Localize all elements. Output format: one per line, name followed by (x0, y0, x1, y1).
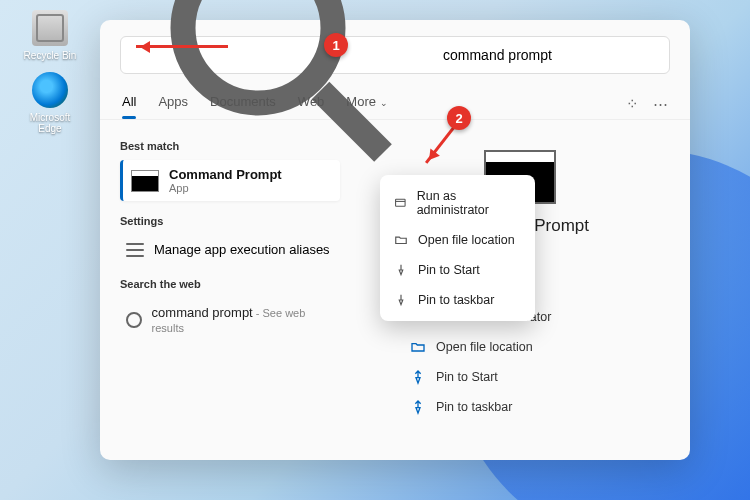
result-title: Command Prompt (169, 167, 282, 182)
annotation-badge-1: 1 (324, 33, 348, 57)
tab-all[interactable]: All (122, 88, 136, 119)
ctx-run-as-admin[interactable]: Run as administrator (380, 181, 535, 225)
desktop-icon-edge[interactable]: Microsoft Edge (20, 72, 80, 134)
context-menu: Run as administrator Open file location … (380, 175, 535, 321)
action-pin-to-start[interactable]: Pin to Start (410, 362, 670, 392)
section-search-web: Search the web (120, 278, 340, 290)
more-options-icon[interactable]: ⋯ (653, 95, 668, 113)
tab-more[interactable]: More ⌄ (346, 88, 387, 119)
action-pin-to-taskbar[interactable]: Pin to taskbar (410, 392, 670, 422)
annotation-badge-2: 2 (447, 106, 471, 130)
results-column: Best match Command Prompt App Settings M… (100, 120, 350, 444)
recycle-bin-icon (32, 10, 68, 46)
tab-documents[interactable]: Documents (210, 88, 276, 119)
admin-window-icon (394, 196, 407, 210)
result-web-search[interactable]: command prompt - See web results (120, 298, 340, 342)
command-prompt-icon (131, 170, 159, 192)
sliders-icon (126, 243, 144, 257)
tab-web[interactable]: Web (298, 88, 325, 119)
edge-icon (32, 72, 68, 108)
pin-icon (410, 399, 426, 415)
search-box[interactable] (120, 36, 670, 74)
start-search-panel: All Apps Documents Web More ⌄ ⁘ ⋯ Best m… (100, 20, 690, 460)
tab-apps[interactable]: Apps (158, 88, 188, 119)
desktop-icon-label: Microsoft Edge (20, 112, 80, 134)
ctx-pin-to-taskbar[interactable]: Pin to taskbar (380, 285, 535, 315)
section-settings: Settings (120, 215, 340, 227)
web-term: command prompt (152, 305, 253, 320)
ctx-pin-to-start[interactable]: Pin to Start (380, 255, 535, 285)
search-input[interactable] (443, 47, 657, 63)
result-settings-aliases[interactable]: Manage app execution aliases (120, 235, 340, 264)
chevron-down-icon: ⌄ (380, 98, 388, 108)
folder-icon (410, 339, 426, 355)
desktop-icon-recycle-bin[interactable]: Recycle Bin (20, 10, 80, 61)
ctx-open-file-location[interactable]: Open file location (380, 225, 535, 255)
search-icon (126, 312, 142, 328)
folder-icon (394, 233, 408, 247)
svg-rect-4 (396, 199, 406, 206)
desktop-icon-label: Recycle Bin (20, 50, 80, 61)
result-label: Manage app execution aliases (154, 242, 330, 257)
share-icon[interactable]: ⁘ (626, 95, 639, 113)
pin-icon (410, 369, 426, 385)
result-type: App (169, 182, 282, 194)
action-open-file-location[interactable]: Open file location (410, 332, 670, 362)
pin-icon (394, 263, 408, 277)
annotation-arrow-1 (136, 45, 228, 48)
pin-icon (394, 293, 408, 307)
result-command-prompt[interactable]: Command Prompt App (120, 160, 340, 201)
section-best-match: Best match (120, 140, 340, 152)
